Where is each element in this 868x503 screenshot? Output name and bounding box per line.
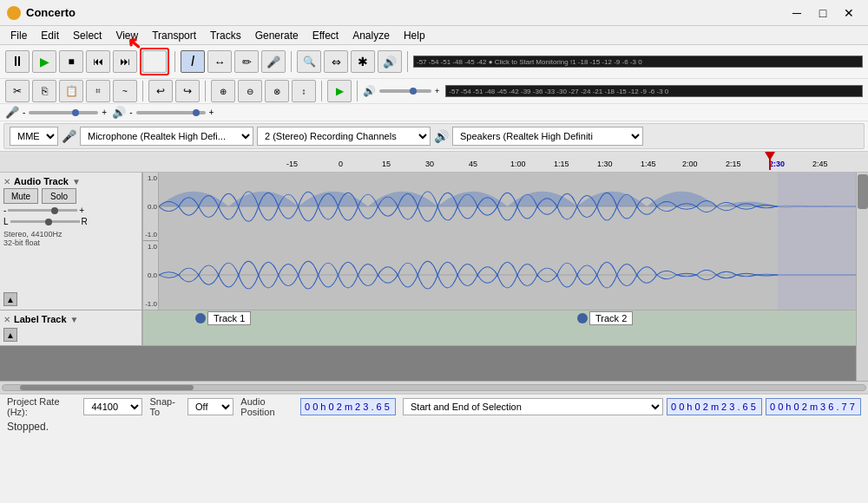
scale-bottom-half: 1.0 0.0 -1.0 (143, 241, 159, 310)
ruler-mark-100: 1:00 (510, 160, 526, 168)
track-close-button[interactable]: ✕ (3, 177, 10, 186)
svg-rect-2 (159, 241, 856, 310)
silence-button[interactable]: ~ (113, 80, 137, 102)
label-pin-1[interactable] (195, 313, 206, 323)
menu-effect[interactable]: Effect (306, 28, 345, 43)
scale-neg1p0: -1.0 (145, 231, 157, 238)
output-volume-slider[interactable] (379, 89, 431, 93)
track-collapse-button[interactable]: ▲ (3, 292, 17, 306)
menu-edit[interactable]: Edit (34, 28, 66, 43)
pan-r-label: R (82, 217, 88, 226)
h-scroll-track[interactable] (2, 384, 866, 391)
menu-transport[interactable]: Transport (145, 28, 203, 43)
menu-file[interactable]: File (3, 28, 34, 43)
gain-thumb (51, 207, 58, 214)
track-bottom-controls: ▲ (3, 292, 138, 306)
multi-tool-button[interactable]: ✱ (351, 50, 375, 73)
cut-button[interactable]: ✂ (5, 80, 30, 102)
redo-button[interactable]: ↪ (175, 80, 200, 102)
zoom-sel-button[interactable]: ⊗ (265, 80, 289, 102)
label-track-dropdown-button[interactable]: ▼ (70, 315, 79, 324)
label-text-1-content: Track 1 (214, 313, 245, 323)
menu-analyze[interactable]: Analyze (345, 28, 397, 43)
zoom-out-button[interactable]: ⊖ (238, 80, 262, 102)
close-button[interactable]: ✕ (837, 3, 861, 23)
channels-select[interactable]: 2 (Stereo) Recording Channels (257, 127, 431, 146)
audio-position-field: Audio Position (240, 396, 396, 417)
v-scroll-thumb[interactable] (858, 174, 868, 209)
menu-view[interactable]: View (108, 28, 145, 43)
separator-5 (205, 81, 206, 101)
waveform-bottom-svg (159, 241, 856, 310)
gain-slider[interactable] (8, 209, 77, 212)
track-dropdown-button[interactable]: ▼ (72, 177, 81, 186)
zoom-fit-button[interactable]: ⊕ (211, 80, 235, 102)
speaker-volume-slider[interactable] (136, 111, 206, 114)
separator-7 (357, 81, 358, 101)
zoom-in-button[interactable]: 🔍 (297, 50, 321, 73)
pause-button[interactable]: ⏸ (5, 50, 30, 73)
speaker-monitor-button[interactable]: 🔊 (378, 50, 402, 73)
horizontal-scrollbar[interactable] (0, 381, 868, 393)
record-highlight: ➜ (140, 48, 169, 75)
snap-to-select[interactable]: Off (187, 398, 233, 415)
separator-3 (407, 51, 408, 72)
trim-button[interactable]: ⌗ (86, 80, 110, 102)
selection-overlay (778, 173, 856, 310)
selection-type-select[interactable]: Start and End of Selection (403, 398, 663, 415)
ruler-mark-200: 2:00 (682, 160, 698, 168)
menu-select[interactable]: Select (66, 28, 108, 43)
play-cut-button[interactable]: ▶ (327, 80, 352, 102)
input-meter[interactable]: -57 -54 -51 -48 -45 -42 ● Click to Start… (413, 56, 863, 68)
stop-button[interactable]: ■ (59, 50, 83, 73)
menu-help[interactable]: Help (397, 28, 432, 43)
paste-button[interactable]: 📋 (59, 80, 83, 102)
time-shift-button[interactable]: ⇔ (324, 50, 348, 73)
record-button[interactable] (142, 50, 167, 73)
status-bar: Project Rate (Hz): 44100 Snap-To Off Aud… (0, 393, 868, 438)
waveform-area[interactable]: 1.0 0.0 0.0 -1.0 (143, 173, 868, 310)
label-track-close-button[interactable]: ✕ (3, 315, 10, 324)
copy-button[interactable]: ⎘ (32, 80, 56, 102)
zoom-toggle-button[interactable]: ↕ (292, 80, 316, 102)
second-toolbar-row: ✂ ⎘ 📋 ⌗ ~ ↩ ↪ ⊕ ⊖ ⊗ ↕ ▶ 🔊 + -57 -54 -51 … (0, 79, 868, 104)
output-device-select[interactable]: Speakers (Realtek High Definiti (452, 127, 643, 146)
label-track-area[interactable]: Track 1 Track 2 (143, 310, 868, 345)
label-pin-2[interactable] (577, 313, 588, 323)
pan-slider[interactable] (10, 220, 80, 223)
solo-button[interactable]: Solo (42, 188, 76, 204)
label-track-collapse-button[interactable]: ▲ (3, 328, 17, 342)
play-button[interactable]: ▶ (32, 50, 56, 73)
vertical-scrollbar[interactable] (856, 173, 868, 381)
mic-volume-slider[interactable] (29, 111, 98, 114)
mic-monitor-button[interactable]: 🎤 (261, 50, 286, 73)
track-info-line1: Stereo, 44100Hz (3, 230, 138, 238)
h-scroll-thumb[interactable] (20, 385, 194, 390)
input-device-select[interactable]: Microphone (Realtek High Defi... (80, 127, 253, 146)
ruler-mark-230: 2:30 (769, 160, 785, 168)
host-select[interactable]: MME (10, 127, 58, 146)
audio-position-input[interactable] (300, 398, 396, 415)
menu-generate[interactable]: Generate (248, 28, 306, 43)
skip-end-button[interactable]: ⏭ (113, 50, 137, 73)
undo-button[interactable]: ↩ (148, 80, 173, 102)
output-meter[interactable]: -57 -54 -51 -48 -45 -42 -39 -36 -33 -30 … (445, 85, 863, 97)
menu-tracks[interactable]: Tracks (203, 28, 248, 43)
label-track-controls: ✕ Label Track ▼ ▲ (0, 310, 143, 345)
minimize-button[interactable]: ─ (785, 3, 809, 23)
audio-track: ✕ Audio Track ▼ Mute Solo - + L R (0, 173, 868, 310)
scale-0p0-top: 0.0 (148, 203, 157, 211)
input-meter-labels: -57 -54 -51 -48 -45 -42 ● Click to Start… (417, 58, 642, 66)
selection-start-input[interactable] (667, 398, 762, 415)
draw-tool-button[interactable]: ✏ (234, 50, 259, 73)
select-tool-button[interactable]: I (181, 50, 205, 73)
scale-1p0-b: 1.0 (148, 243, 157, 251)
selection-end-input[interactable] (766, 398, 861, 415)
envelope-tool-button[interactable]: ↔ (207, 50, 232, 73)
mute-button[interactable]: Mute (3, 188, 38, 204)
track-header: ✕ Audio Track ▼ (3, 176, 138, 186)
maximize-button[interactable]: □ (811, 3, 835, 23)
pan-row: L R (3, 217, 138, 226)
skip-start-button[interactable]: ⏮ (86, 50, 110, 73)
project-rate-select[interactable]: 44100 (83, 398, 142, 415)
